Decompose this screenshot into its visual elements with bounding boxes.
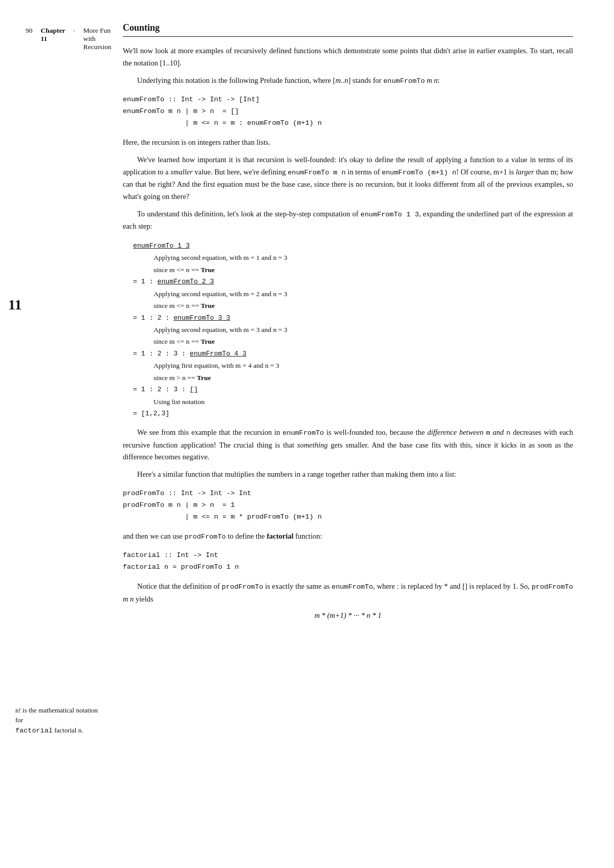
comp-step4-exp2: since m > n == True: [154, 372, 573, 384]
paragraph-7: Here's a similar function that multiplie…: [123, 469, 573, 481]
chapter-title-header: More Fun with Recursion: [83, 27, 118, 51]
paragraph-8: and then we can use prodFromTo to define…: [123, 530, 573, 543]
comp-step3-exp1: Applying second equation, with m = 3 and…: [154, 324, 573, 336]
comp-step4: = 1 : 2 : 3 : enumFromTo 4 3: [133, 348, 573, 360]
comp-step1-exp2: since m <= n == True: [154, 264, 573, 276]
comp-step2-exp1: Applying second equation, with m = 2 and…: [154, 288, 573, 300]
comp-step1-exp1: Applying second equation, with m = 1 and…: [154, 252, 573, 264]
paragraph-2: Underlying this notation is the followin…: [123, 75, 573, 87]
math-formula: m * (m+1) * ··· * n * 1: [123, 611, 573, 620]
paragraph-1: We'll now look at more examples of recur…: [123, 45, 573, 70]
comp-step4-exp1: Applying first equation, with m = 4 and …: [154, 360, 573, 372]
comp-step5-exp: Using list notation: [154, 396, 573, 408]
chapter-label: Chapter 11: [41, 27, 65, 43]
comp-step3-exp2: since m <= n == True: [154, 336, 573, 348]
paragraph-4: We've learned how important it is that r…: [123, 154, 573, 203]
chapter-number-sidebar: 11: [8, 297, 21, 313]
code-block-prodfromto: prodFromTo :: Int -> Int -> Int prodFrom…: [123, 488, 573, 523]
section-title: Counting: [123, 23, 573, 37]
comp-step6: = [1,2,3]: [133, 408, 573, 419]
paragraph-6: We see from this example that the recurs…: [123, 427, 573, 463]
paragraph-5: To understand this definition, let's loo…: [123, 208, 573, 233]
margin-note: n! is the mathematical notation for fact…: [15, 705, 100, 736]
comp-step3: = 1 : 2 : enumFromTo 3 3: [133, 312, 573, 324]
code-block-factorial: factorial :: Int -> Int factorial n = pr…: [123, 550, 573, 573]
page-number: 90: [26, 27, 33, 35]
paragraph-3: Here, the recursion is on integers rathe…: [123, 137, 573, 149]
comp-line0: enumFromTo 1 3: [133, 242, 190, 250]
margin-note-code: factorial: [15, 727, 53, 735]
step-computation: enumFromTo 1 3 Applying second equation,…: [133, 240, 573, 419]
comp-step5: = 1 : 2 : 3 : []: [133, 384, 573, 395]
comp-step2-exp2: since m <= n == True: [154, 300, 573, 312]
comp-step2: = 1 : enumFromTo 2 3: [133, 276, 573, 287]
chapter-dot: ·: [73, 27, 75, 35]
code-block-enumfromto: enumFromTo :: Int -> Int -> [Int] enumFr…: [123, 94, 573, 129]
paragraph-9: Notice that the definition of prodFromTo…: [123, 581, 573, 605]
